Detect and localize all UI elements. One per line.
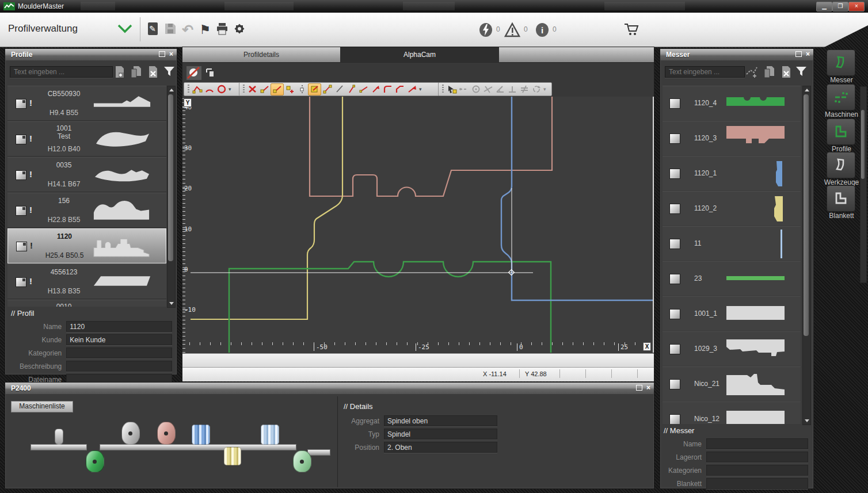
- toolbar-grip[interactable]: [243, 85, 245, 94]
- profiles-panel-header[interactable]: Profile: [5, 49, 177, 60]
- messer-checkbox[interactable]: [669, 169, 680, 179]
- details-typ-field[interactable]: [384, 429, 497, 440]
- maximize-panel-icon[interactable]: [636, 385, 642, 391]
- details-aggregat-field[interactable]: [384, 415, 497, 426]
- new-document-icon[interactable]: [112, 65, 127, 80]
- module-dropdown-chevron-icon[interactable]: [115, 23, 135, 35]
- perpendicular-icon[interactable]: [506, 84, 518, 95]
- profile-list-item[interactable]: ! 0035 H14.1 B67: [7, 157, 166, 192]
- profiles-scrollbar[interactable]: [167, 86, 176, 308]
- messer-checkbox[interactable]: [669, 204, 680, 214]
- profile-list-item[interactable]: ! 1001Test H12.0 B40: [7, 121, 166, 156]
- messer-list-item[interactable]: 1029_3: [663, 331, 801, 366]
- profile-list-item[interactable]: 0010: [7, 300, 166, 307]
- settings-gear-icon[interactable]: [231, 22, 248, 38]
- spindle-bottom-yellow[interactable]: [224, 447, 241, 465]
- delete-document-icon[interactable]: [146, 65, 161, 80]
- close-panel-icon[interactable]: ×: [646, 384, 650, 392]
- spindle-top-salmon[interactable]: [157, 422, 176, 445]
- messer-list-item[interactable]: Nico_12: [663, 402, 801, 424]
- direction-arrow-icon[interactable]: [406, 84, 418, 95]
- info-icon[interactable]: i: [534, 22, 550, 38]
- toolbar-grip[interactable]: [188, 85, 189, 94]
- paste-contour-icon[interactable]: [204, 67, 218, 82]
- spindle-roller-top[interactable]: [55, 429, 63, 445]
- profil-kunde-field[interactable]: [66, 334, 172, 345]
- messer-checkbox[interactable]: [669, 309, 680, 319]
- module-selector[interactable]: Profilverwaltung: [8, 23, 78, 35]
- print-icon[interactable]: [214, 22, 230, 38]
- messer-panel-header[interactable]: Messer: [660, 49, 813, 60]
- tab-profildetails[interactable]: Profildetails: [182, 47, 340, 62]
- filter-icon[interactable]: [162, 65, 177, 80]
- line-shallow-icon[interactable]: [357, 84, 370, 95]
- profile-list-item-selected[interactable]: ! 1120 H25.4 B50.5: [7, 228, 166, 263]
- profiles-search-input[interactable]: [10, 66, 113, 78]
- messer-list-item[interactable]: 1120_1: [663, 156, 801, 190]
- point-mode-icon[interactable]: [186, 66, 202, 83]
- polyline-icon[interactable]: [191, 84, 203, 95]
- errors-icon[interactable]: [478, 22, 494, 38]
- line-icon[interactable]: [333, 84, 345, 95]
- copy-document-icon[interactable]: [762, 65, 776, 80]
- rotate-icon[interactable]: [530, 84, 542, 95]
- spindle-top-lightblue[interactable]: [261, 425, 279, 445]
- line-arrow-icon[interactable]: [370, 84, 382, 95]
- details-position-field[interactable]: [384, 442, 497, 453]
- spindle-bottom-green[interactable]: [86, 450, 104, 472]
- fillet-icon[interactable]: [382, 84, 394, 95]
- not-equal-icon[interactable]: [518, 84, 530, 95]
- cad-canvas[interactable]: 40 30 20 10 0 -10 -50 -25 0 25 Y X: [182, 97, 654, 353]
- circle-target-icon[interactable]: [470, 84, 482, 95]
- messer-checkbox[interactable]: [669, 344, 680, 354]
- messer-name-field[interactable]: [706, 438, 808, 449]
- circle-icon[interactable]: [215, 84, 227, 95]
- nav-rail-scrollbar[interactable]: [860, 86, 867, 283]
- cart-icon[interactable]: [623, 22, 639, 38]
- edit-profile-icon[interactable]: ✎: [145, 22, 161, 38]
- maschinenliste-button[interactable]: Maschinenliste: [11, 401, 73, 412]
- messer-list-item[interactable]: Nico_21: [663, 366, 801, 401]
- edit-point-icon[interactable]: [308, 83, 321, 95]
- tab-alphacam[interactable]: AlphaCam: [340, 47, 499, 62]
- messer-scrollbar[interactable]: [802, 86, 811, 425]
- spindle-top-white[interactable]: [121, 422, 140, 445]
- move-point-active-icon[interactable]: [271, 83, 284, 95]
- profil-kategorien-field[interactable]: [66, 347, 172, 358]
- group-dropdown-icon[interactable]: ▾: [419, 86, 422, 92]
- delete-document-icon[interactable]: [779, 65, 794, 80]
- profil-name-field[interactable]: [66, 321, 172, 332]
- flag-icon[interactable]: ⚑: [197, 22, 213, 38]
- messer-lagerort-field[interactable]: [706, 452, 808, 463]
- assign-icon[interactable]: [744, 65, 759, 80]
- nav-rail-messer[interactable]: Messer: [820, 49, 868, 84]
- apply-arrow-icon[interactable]: [446, 84, 458, 95]
- messer-search-input[interactable]: [665, 66, 745, 78]
- maximize-button[interactable]: ❐: [832, 2, 848, 12]
- title-bar[interactable]: MoulderMaster ▁ ❐ ×: [0, 0, 868, 13]
- profile-list-item[interactable]: ! CB550930 H9.4 B55: [7, 86, 166, 121]
- line-dashed-icon[interactable]: [458, 84, 470, 95]
- messer-list-item[interactable]: 1120_4: [663, 86, 801, 120]
- maximize-panel-icon[interactable]: [795, 51, 802, 57]
- chamfer-icon[interactable]: [394, 84, 406, 95]
- profil-beschreibung-field[interactable]: [66, 361, 172, 372]
- machine-panel-header[interactable]: P2400: [5, 383, 654, 394]
- angle-icon[interactable]: [494, 84, 506, 95]
- toolbar-grip[interactable]: [442, 85, 444, 94]
- group-dropdown-icon[interactable]: ▾: [229, 86, 231, 92]
- messer-list-item[interactable]: 23: [663, 261, 801, 296]
- profile-list-item[interactable]: ! 4556123 H13.8 B35: [7, 264, 166, 299]
- tangent-icon[interactable]: [482, 84, 494, 95]
- spindle-top-blue[interactable]: [192, 425, 210, 445]
- messer-checkbox[interactable]: [669, 239, 680, 249]
- messer-checkbox[interactable]: [669, 414, 680, 424]
- messer-list-item[interactable]: 1120_3: [663, 121, 801, 155]
- warnings-icon[interactable]: [504, 22, 520, 38]
- save-icon[interactable]: [162, 22, 178, 38]
- move-point-icon[interactable]: [258, 84, 271, 95]
- close-panel-icon[interactable]: ×: [806, 50, 810, 58]
- machine-visualization[interactable]: [5, 415, 337, 487]
- arc-icon[interactable]: [203, 84, 215, 95]
- messer-list-item[interactable]: 1120_2: [663, 191, 801, 226]
